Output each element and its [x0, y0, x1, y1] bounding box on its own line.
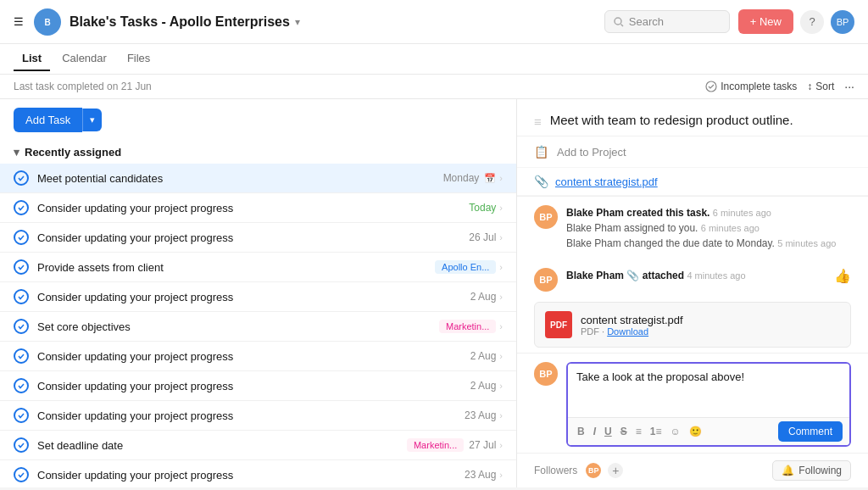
title-chevron-icon[interactable]: ▾ [295, 16, 300, 28]
task-meta: 23 Aug [465, 469, 496, 481]
main-layout: Add Task ▾ ▾ Recently assigned Meet pote… [0, 99, 868, 487]
comment-textarea[interactable]: Take a look at the proposal above! [568, 364, 849, 415]
activity-content-1: Blake Pham created this task. 6 minutes … [566, 205, 851, 251]
task-check-icon[interactable] [14, 230, 29, 245]
task-check-icon[interactable] [14, 319, 29, 334]
task-row-chevron-icon: › [499, 470, 503, 480]
add-task-button[interactable]: Add Task [14, 108, 82, 132]
add-to-project-section[interactable]: 📋 Add to Project [517, 136, 868, 168]
task-row[interactable]: Set core objectivesMarketin...› [0, 312, 516, 342]
tab-calendar[interactable]: Calendar [53, 47, 115, 71]
help-button[interactable]: ? [800, 10, 824, 34]
pdf-attachment: PDF content strategist.pdf PDF · Downloa… [534, 302, 851, 348]
task-check-icon[interactable] [14, 378, 29, 393]
hamburger-icon[interactable]: ☰ [14, 15, 24, 28]
search-box[interactable]: Search [604, 10, 730, 33]
add-follower-button[interactable]: + [606, 461, 625, 480]
activity-text-1: Blake Pham created this task. 6 minutes … [566, 207, 771, 219]
task-date: 27 Jul [469, 439, 496, 451]
task-check-icon[interactable] [14, 408, 29, 423]
following-button[interactable]: 🔔 Following [772, 460, 851, 481]
pdf-download-link[interactable]: Download [607, 326, 648, 337]
task-date: 2 Aug [470, 350, 497, 362]
sort-icon: ↕ [807, 81, 812, 92]
smiley-tool[interactable]: 🙂 [687, 424, 704, 439]
task-row[interactable]: Consider updating your project progress2… [0, 223, 516, 253]
comment-submit-button[interactable]: Comment [778, 421, 843, 442]
app-logo: B [34, 8, 61, 36]
task-meta: 2 Aug [470, 380, 497, 392]
detail-body: 📋 Add to Project 📎 content strategist.pd… [517, 136, 868, 453]
task-row[interactable]: Consider updating your project progressT… [0, 193, 516, 223]
incomplete-tasks-filter[interactable]: Incomplete tasks [705, 81, 797, 92]
underline-tool[interactable]: U [602, 424, 615, 439]
more-options-button[interactable]: ··· [844, 80, 854, 93]
task-row-chevron-icon: › [499, 232, 503, 242]
followers-label: Followers [534, 465, 577, 476]
attachment-link[interactable]: content strategist.pdf [555, 175, 658, 188]
activity-actor: Blake Pham [566, 270, 624, 281]
section-header: ▾ Recently assigned [0, 141, 516, 164]
task-date: 26 Jul [469, 231, 496, 243]
task-row[interactable]: Consider updating your project progress2… [0, 342, 516, 371]
followers-avatars: BP + [584, 461, 625, 480]
sort-button[interactable]: ↕ Sort [807, 81, 834, 92]
tab-list[interactable]: List [14, 47, 50, 71]
user-avatar[interactable]: BP [831, 10, 854, 34]
task-check-icon[interactable] [14, 200, 29, 215]
task-list: Meet potential candidatesMonday📅›Conside… [0, 164, 516, 487]
task-name: Consider updating your project progress [37, 231, 469, 244]
pdf-meta: PDF · Download [581, 326, 840, 337]
detail-title-text: Meet with team to redesign product outli… [550, 113, 793, 127]
task-name: Set core objectives [37, 320, 439, 333]
task-row[interactable]: Set deadline dateMarketin...27 Jul› [0, 431, 516, 460]
task-name: Set deadline date [37, 439, 407, 452]
activity-time-1: 6 minutes ago [713, 208, 771, 218]
task-row[interactable]: Meet potential candidatesMonday📅› [0, 164, 516, 193]
search-icon [614, 17, 624, 27]
task-meta: Monday📅 [443, 172, 497, 184]
thumbs-up-icon[interactable]: 👍 [834, 268, 851, 284]
task-row[interactable]: Provide assets from clientApollo En...› [0, 253, 516, 282]
task-date: Monday [443, 172, 480, 184]
task-name: Consider updating your project progress [37, 350, 470, 363]
task-check-icon[interactable] [14, 259, 29, 275]
task-panel: Add Task ▾ ▾ Recently assigned Meet pote… [0, 99, 517, 487]
task-row[interactable]: Consider updating your project progress2… [0, 460, 516, 487]
task-date: 23 Aug [465, 409, 496, 421]
task-meta: 2 Aug [470, 291, 497, 303]
unordered-list-tool[interactable]: ≡ [633, 424, 644, 439]
activity-item-1: BP Blake Pham created this task. 6 minut… [517, 197, 868, 259]
pdf-icon: PDF [545, 311, 572, 338]
emoji-tool[interactable]: ☺ [667, 424, 682, 439]
pdf-info: content strategist.pdf PDF · Download [581, 314, 840, 337]
detail-lines-icon: ≡ [534, 114, 542, 129]
comment-input-row: BP Take a look at the proposal above! B … [534, 362, 851, 447]
italic-tool[interactable]: I [591, 424, 598, 439]
followers-bar: Followers BP + 🔔 Following [517, 453, 868, 487]
task-row[interactable]: Consider updating your project progress2… [0, 282, 516, 312]
new-button[interactable]: + New [738, 9, 793, 34]
attachment-row: 📎 content strategist.pdf [517, 168, 868, 196]
task-row[interactable]: Consider updating your project progress2… [0, 401, 516, 431]
activity-paperclip-icon: 📎 [626, 270, 642, 281]
strikethrough-tool[interactable]: S [618, 424, 630, 439]
task-check-icon[interactable] [14, 348, 29, 364]
task-row[interactable]: Consider updating your project progress2… [0, 371, 516, 401]
svg-point-4 [706, 81, 716, 92]
tab-files[interactable]: Files [119, 47, 159, 71]
bold-tool[interactable]: B [575, 424, 587, 439]
task-meta: 2 Aug [470, 350, 497, 362]
task-check-icon[interactable] [14, 170, 29, 186]
task-check-icon[interactable] [14, 289, 29, 304]
add-task-dropdown-button[interactable]: ▾ [82, 109, 102, 131]
add-to-project-label: Add to Project [557, 146, 626, 159]
activity-verb: attached [643, 270, 684, 281]
task-check-icon[interactable] [14, 437, 29, 453]
section-collapse-icon[interactable]: ▾ [14, 146, 19, 159]
task-check-icon[interactable] [14, 467, 29, 482]
task-name: Consider updating your project progress [37, 469, 465, 482]
task-name: Meet potential candidates [37, 172, 443, 185]
task-row-chevron-icon: › [499, 381, 503, 391]
ordered-list-tool[interactable]: 1≡ [648, 424, 665, 439]
